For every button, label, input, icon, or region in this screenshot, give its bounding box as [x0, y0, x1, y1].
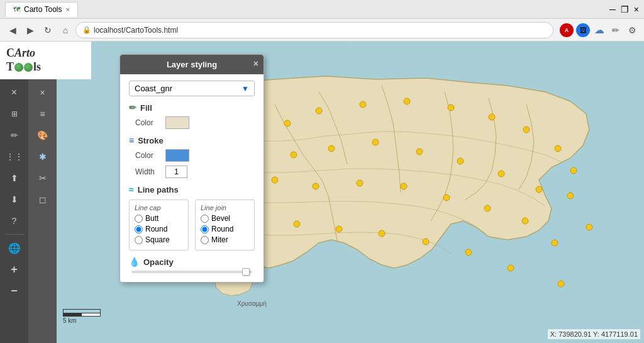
panel-close-btn[interactable]: × — [253, 59, 258, 69]
join-round-option[interactable]: Round — [201, 225, 249, 233]
second-close-btn[interactable]: × — [33, 83, 52, 102]
svg-point-4 — [284, 120, 291, 127]
cap-butt-label: Butt — [145, 214, 158, 223]
svg-point-29 — [552, 240, 558, 246]
browser-chrome: 🗺 Carto Tools × ─ ❐ × ◀ ▶ ↻ ⌂ 🔒 localhos… — [0, 0, 644, 42]
opacity-thumb[interactable] — [242, 268, 250, 276]
title-bar: 🗺 Carto Tools × ─ ❐ × — [0, 0, 644, 19]
svg-point-8 — [448, 104, 454, 111]
panel-header: Layer styling × — [120, 55, 264, 74]
cap-round-radio[interactable] — [135, 225, 143, 233]
back-button[interactable]: ◀ — [5, 23, 20, 38]
svg-point-5 — [316, 108, 322, 114]
settings-icon[interactable]: ⚙ — [625, 23, 639, 37]
line-join-group: Line join Bevel Round Mite — [195, 200, 255, 250]
sidebar-upload-btn[interactable]: ⬆ — [5, 169, 24, 188]
second-cut-btn[interactable]: ✂ — [33, 169, 52, 188]
svg-point-34 — [423, 239, 429, 245]
svg-point-20 — [498, 171, 504, 177]
nav-icon-cloud[interactable]: ☁ — [592, 23, 606, 37]
stroke-label: Stroke — [138, 136, 163, 145]
forward-button[interactable]: ▶ — [23, 23, 38, 38]
sidebar-help-btn[interactable]: ? — [5, 211, 24, 230]
sidebar-download-btn[interactable]: ⬇ — [5, 190, 24, 209]
restore-btn[interactable]: ❐ — [621, 4, 629, 14]
nav-icons: A 🖼 ☁ ✏ ⚙ — [560, 23, 639, 37]
fill-pencil-icon: ✏ — [129, 103, 136, 113]
svg-point-15 — [291, 152, 297, 158]
sidebar-grid-btn[interactable]: ⋮⋮ — [5, 147, 24, 166]
main-content: CArto T ls × ⊞ ✏ ⋮⋮ ⬆ ⬇ ? 🌐 + − × ≡ 🎨 — [0, 42, 644, 343]
cap-round-option[interactable]: Round — [135, 225, 183, 233]
tab-close-icon[interactable]: × — [65, 6, 69, 13]
svg-point-35 — [465, 249, 472, 256]
join-miter-radio[interactable] — [201, 236, 209, 244]
svg-point-21 — [536, 186, 542, 193]
sidebar-edit-btn[interactable]: ✏ — [5, 126, 24, 145]
layer-dropdown[interactable]: Coast_gnr ▼ — [129, 81, 255, 96]
browser-tab[interactable]: 🗺 Carto Tools × — [5, 2, 78, 17]
second-layers-btn[interactable]: ≡ — [33, 104, 52, 123]
cap-square-option[interactable]: Square — [135, 235, 183, 244]
cap-butt-option[interactable]: Butt — [135, 214, 183, 223]
sidebar-layers-btn[interactable]: ⊞ — [5, 104, 24, 123]
svg-point-28 — [522, 218, 528, 224]
svg-point-23 — [313, 183, 319, 189]
map-area[interactable]: Χρυσαμμή 5 km X: 739820.91 Y: 4177119.01… — [57, 42, 644, 343]
opacity-label: Opacity — [143, 257, 174, 267]
svg-point-26 — [443, 194, 450, 201]
svg-point-9 — [489, 114, 495, 120]
second-shape-btn[interactable]: ◻ — [33, 190, 52, 209]
svg-point-17 — [372, 139, 379, 145]
opacity-slider-container — [129, 271, 255, 273]
svg-point-38 — [586, 224, 592, 230]
minimize-btn[interactable]: ─ — [609, 4, 616, 14]
sidebar-globe-btn[interactable]: 🌐 — [5, 239, 24, 257]
nav-icon-gallery[interactable]: 🖼 — [576, 23, 590, 37]
second-select-btn[interactable]: ✱ — [33, 147, 52, 166]
fill-color-swatch[interactable] — [165, 116, 189, 129]
join-round-radio[interactable] — [201, 225, 209, 233]
svg-point-36 — [508, 265, 514, 271]
join-round-label: Round — [211, 225, 233, 233]
refresh-button[interactable]: ↻ — [40, 23, 55, 38]
nav-icon-edit[interactable]: ✏ — [609, 23, 623, 37]
svg-point-16 — [328, 145, 335, 152]
svg-point-7 — [404, 98, 410, 104]
join-miter-label: Miter — [211, 235, 228, 244]
fill-label: Fill — [140, 103, 152, 113]
cap-square-radio[interactable] — [135, 236, 143, 244]
tab-title: Carto Tools — [24, 5, 62, 14]
opacity-slider-track — [131, 271, 252, 273]
app-logo: CArto T ls — [0, 42, 91, 79]
sidebar-zoom-in-btn[interactable]: + — [5, 260, 24, 279]
sidebar-close-btn[interactable]: × — [5, 83, 24, 102]
sidebar-zoom-out-btn[interactable]: − — [5, 281, 24, 300]
layer-styling-panel: Layer styling × Coast_gnr ▼ ✏ Fill Color — [119, 54, 264, 283]
stroke-width-input[interactable] — [165, 166, 187, 178]
fill-color-row: Color — [129, 116, 255, 129]
home-button[interactable]: ⌂ — [58, 23, 73, 38]
cap-join-row: Line cap Butt Round Square — [129, 200, 255, 250]
address-bar[interactable]: 🔒 localhost/CartoTools.html — [75, 22, 553, 38]
second-color-btn[interactable]: 🎨 — [33, 126, 52, 145]
scale-label: 5 km — [63, 317, 77, 324]
svg-point-12 — [570, 167, 577, 174]
stroke-section: ≡ Stroke Color Width — [129, 135, 255, 178]
svg-point-6 — [360, 101, 366, 108]
svg-point-10 — [523, 127, 530, 133]
stroke-color-swatch[interactable] — [165, 149, 189, 162]
tab-icon: 🗺 — [13, 6, 20, 13]
cap-round-label: Round — [145, 225, 167, 233]
join-bevel-radio[interactable] — [201, 215, 209, 223]
join-bevel-option[interactable]: Bevel — [201, 214, 249, 223]
nav-icon-adblock[interactable]: A — [560, 23, 574, 37]
svg-point-22 — [272, 177, 278, 183]
fill-color-label: Color — [135, 118, 160, 127]
cap-butt-radio[interactable] — [135, 215, 143, 223]
close-btn[interactable]: × — [634, 4, 639, 14]
svg-point-24 — [357, 180, 363, 186]
scale-bar: 5 km — [63, 309, 101, 324]
line-paths-icon: ≈ — [129, 184, 134, 194]
join-miter-option[interactable]: Miter — [201, 235, 249, 244]
